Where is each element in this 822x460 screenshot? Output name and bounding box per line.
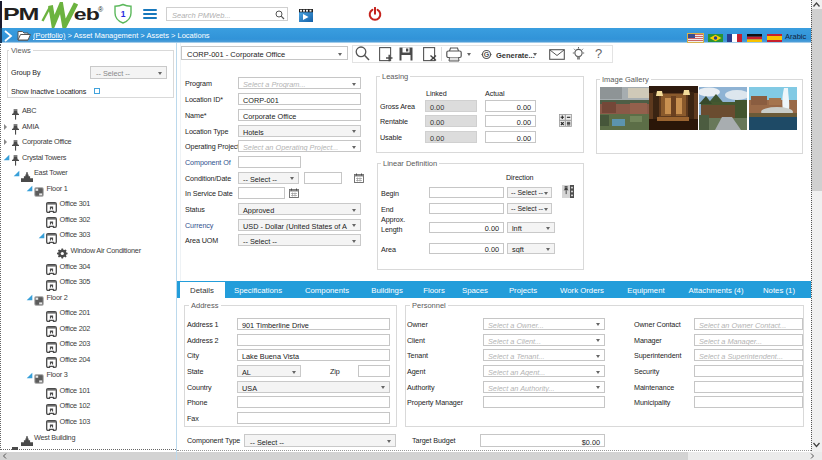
- svg-text:1: 1: [121, 9, 126, 19]
- svg-text:®: ®: [98, 6, 104, 13]
- svg-text:eb: eb: [74, 5, 100, 23]
- svg-text:PM: PM: [3, 5, 39, 23]
- svg-text:G: G: [484, 51, 490, 58]
